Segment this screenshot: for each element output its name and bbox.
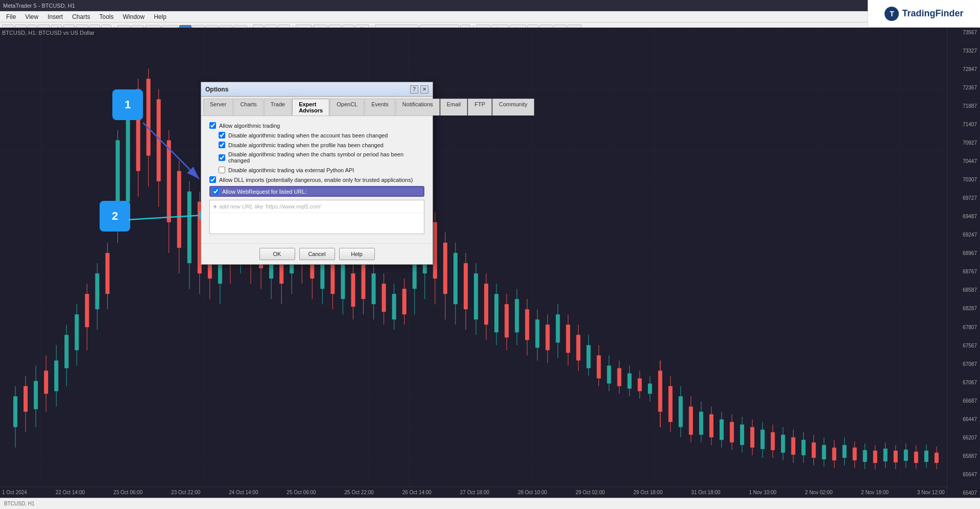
title-bar: MetaTrader 5 - BTCUSD, H1 ─ □ ✕: [0, 0, 980, 11]
menu-bar: File View Insert Charts Tools Window Hel…: [0, 11, 980, 22]
dialog-titlebar: Options ? ✕: [201, 82, 433, 97]
svg-rect-91: [453, 253, 458, 304]
price-70447: 70447: [948, 158, 979, 164]
svg-rect-93: [464, 263, 468, 309]
tab-notifications[interactable]: Notifications: [396, 99, 440, 115]
url-placeholder: add new URL like 'https://www.mql5.com': [219, 203, 321, 210]
time-oct23-06: 23 Oct 06:00: [113, 490, 142, 495]
svg-rect-141: [709, 414, 713, 437]
time-oct1: 1 Oct 2024: [2, 490, 27, 495]
tab-charts[interactable]: Charts: [233, 99, 263, 115]
svg-rect-87: [433, 222, 437, 279]
price-65887: 65887: [948, 453, 979, 459]
price-66687: 66687: [948, 398, 979, 404]
svg-rect-81: [402, 289, 407, 314]
svg-rect-35: [167, 140, 171, 222]
svg-rect-21: [95, 273, 99, 309]
svg-rect-137: [689, 407, 693, 435]
svg-rect-153: [771, 432, 775, 450]
label-disable-profile[interactable]: Disable algorithmic trading when the pro…: [228, 142, 384, 148]
svg-rect-161: [811, 443, 816, 458]
url-input-area[interactable]: + add new URL like 'https://www.mql5.com…: [209, 200, 424, 234]
label-disable-account[interactable]: Disable algorithmic trading when the acc…: [228, 132, 388, 138]
time-oct28-10: 28 Oct 10:00: [518, 490, 547, 495]
price-67067: 67067: [948, 380, 979, 385]
checkbox-allow-dll[interactable]: [209, 176, 216, 183]
svg-rect-5: [13, 397, 17, 427]
option-row-disable-python: Disable algorithmic trading via external…: [209, 167, 424, 173]
ok-button[interactable]: OK: [259, 248, 295, 260]
label-allow-webrequest[interactable]: Allow WebRequest for listed URL:: [222, 189, 306, 195]
svg-rect-23: [105, 253, 109, 294]
logo-area: T TradingFinder: [868, 0, 980, 28]
tab-trade[interactable]: Trade: [264, 99, 292, 115]
svg-rect-131: [658, 371, 662, 411]
dialog-controls: ? ✕: [410, 85, 428, 94]
svg-rect-89: [443, 243, 447, 294]
svg-rect-149: [750, 427, 754, 448]
tab-opencl[interactable]: OpenCL: [330, 99, 364, 115]
chart-area[interactable]: BTCUSD, H1: BTCUSD vs US Dollar: [0, 28, 980, 498]
tab-events[interactable]: Events: [365, 99, 395, 115]
options-dialog: Options ? ✕ Server Charts Trade Expert A…: [201, 82, 433, 265]
tab-server[interactable]: Server: [203, 99, 233, 115]
tab-email[interactable]: Email: [440, 99, 468, 115]
time-nov2-02: 2 Nov 02:00: [805, 490, 832, 495]
price-68967: 68967: [948, 250, 979, 256]
svg-rect-139: [699, 412, 703, 435]
option-row-allow-algo: Allow algorithmic trading: [209, 122, 424, 129]
svg-rect-31: [147, 79, 151, 155]
menu-insert[interactable]: Insert: [43, 12, 67, 21]
option-row-allow-webrequest: Allow WebRequest for listed URL:: [209, 186, 424, 197]
dialog-close-button[interactable]: ✕: [420, 85, 428, 94]
svg-rect-165: [832, 448, 836, 460]
price-71407: 71407: [948, 122, 979, 127]
svg-rect-151: [760, 430, 764, 449]
status-text: BTCUSD, H1: [4, 501, 34, 506]
svg-rect-125: [628, 373, 632, 388]
checkbox-allow-webrequest[interactable]: [212, 188, 219, 195]
time-oct31-18: 31 Oct 18:00: [691, 490, 720, 495]
cancel-button[interactable]: Cancel: [299, 248, 335, 260]
menu-view[interactable]: View: [21, 12, 42, 21]
svg-rect-73: [362, 263, 366, 299]
time-oct23-22: 23 Oct 22:00: [171, 490, 200, 495]
label-disable-symbol[interactable]: Disable algorithmic trading when the cha…: [228, 151, 424, 164]
tab-expert-advisors[interactable]: Expert Advisors: [292, 99, 329, 115]
price-66207: 66207: [948, 435, 979, 441]
checkbox-allow-algo[interactable]: [209, 122, 216, 129]
svg-rect-77: [382, 284, 386, 312]
checkbox-disable-python[interactable]: [219, 167, 225, 173]
time-oct27-18: 27 Oct 18:00: [460, 490, 489, 495]
price-72367: 72367: [948, 85, 979, 90]
svg-rect-37: [177, 171, 181, 248]
time-oct24-14: 24 Oct 14:00: [229, 490, 258, 495]
svg-rect-97: [484, 284, 488, 325]
svg-rect-27: [126, 114, 130, 201]
price-65407: 65407: [948, 490, 979, 496]
menu-file[interactable]: File: [2, 12, 20, 21]
dialog-help-button[interactable]: ?: [410, 85, 418, 94]
title-bar-text: MetaTrader 5 - BTCUSD, H1: [3, 3, 75, 9]
label-allow-dll[interactable]: Allow DLL imports (potentially dangerous…: [219, 177, 413, 183]
label-allow-algo[interactable]: Allow algorithmic trading: [219, 123, 280, 129]
svg-rect-15: [64, 335, 68, 368]
menu-help[interactable]: Help: [150, 12, 171, 21]
option-row-disable-account: Disable algorithmic trading when the acc…: [209, 132, 424, 138]
menu-charts[interactable]: Charts: [68, 12, 94, 21]
svg-rect-179: [904, 450, 908, 461]
svg-rect-19: [85, 294, 89, 327]
svg-rect-159: [801, 440, 805, 455]
tab-ftp[interactable]: FTP: [468, 99, 492, 115]
checkbox-disable-symbol[interactable]: [219, 154, 225, 161]
url-add-row: + add new URL like 'https://www.mql5.com…: [210, 200, 424, 213]
annotation-box-1: 1: [112, 89, 143, 120]
checkbox-disable-account[interactable]: [219, 132, 225, 138]
checkbox-disable-profile[interactable]: [219, 142, 225, 148]
tab-community[interactable]: Community: [492, 99, 534, 115]
menu-tools[interactable]: Tools: [95, 12, 118, 21]
help-button[interactable]: Help: [339, 248, 375, 260]
menu-window[interactable]: Window: [119, 12, 149, 21]
svg-rect-115: [576, 335, 580, 360]
label-disable-python[interactable]: Disable algorithmic trading via external…: [228, 167, 354, 173]
